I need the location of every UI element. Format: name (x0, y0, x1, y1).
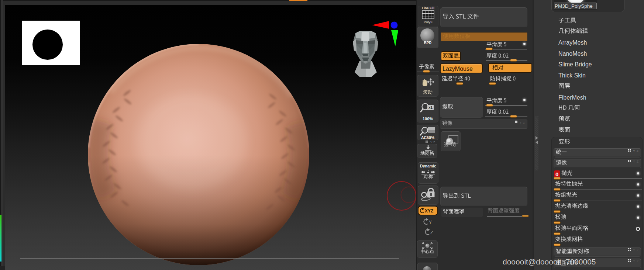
svg-text:Z: Z (523, 121, 525, 124)
svg-text:Y: Y (633, 259, 635, 262)
svg-text:Z: Z (637, 160, 638, 163)
svg-text:Z: Z (637, 259, 638, 262)
svg-text:Y: Y (633, 248, 635, 251)
svg-text:Z: Z (433, 141, 435, 143)
svg-text:Y: Y (520, 121, 522, 124)
svg-text:XYZ: XYZ (425, 208, 433, 214)
svg-text:Z: Z (430, 230, 433, 235)
svg-text:x1: x1 (428, 105, 433, 110)
svg-text:Y: Y (633, 149, 635, 152)
svg-text:Y: Y (429, 220, 432, 225)
svg-text:Y: Y (430, 141, 433, 143)
svg-text:Z: Z (637, 149, 638, 152)
svg-text:Y: Y (633, 160, 635, 163)
svg-text:Z: Z (637, 248, 638, 251)
